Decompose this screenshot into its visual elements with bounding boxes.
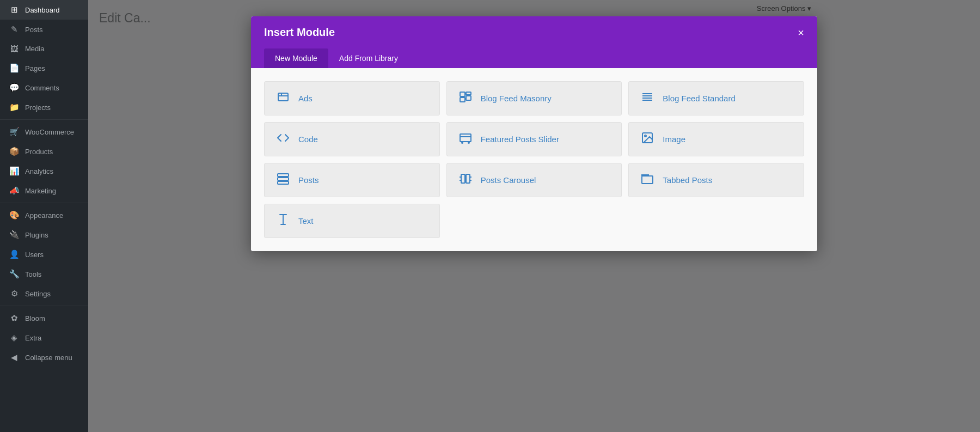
sidebar-label-extra: Extra — [25, 334, 41, 342]
analytics-icon: 📊 — [9, 166, 20, 176]
module-label-text: Text — [298, 216, 314, 226]
sidebar-item-collapse[interactable]: ◀ Collapse menu — [0, 348, 88, 367]
appearance-icon: 🎨 — [9, 210, 20, 220]
svg-point-18 — [645, 135, 646, 137]
users-icon: 👤 — [9, 250, 20, 259]
text-icon — [275, 213, 291, 229]
sidebar-item-analytics[interactable]: 📊 Analytics — [0, 161, 88, 181]
module-grid: Ads Blog Feed Masonry — [251, 68, 817, 251]
module-label-blog-feed-masonry: Blog Feed Masonry — [481, 94, 552, 103]
svg-rect-3 — [460, 92, 465, 96]
module-label-image: Image — [663, 135, 685, 144]
main-area: Edit Ca... Screen Options ▾ Insert Modul… — [88, 0, 980, 432]
blog-standard-icon — [640, 90, 655, 106]
tools-icon: 🔧 — [9, 269, 20, 279]
module-item-featured-posts-slider[interactable]: Featured Posts Slider — [446, 122, 622, 156]
modal-overlay: Insert Module × New Module Add From Libr… — [88, 0, 980, 432]
module-item-code[interactable]: Code — [264, 122, 440, 156]
sidebar: ⊞ Dashboard ✎ Posts 🖼 Media 📄 Pages 💬 Co… — [0, 0, 88, 432]
module-label-posts: Posts — [298, 175, 319, 185]
sidebar-item-media[interactable]: 🖼 Media — [0, 39, 88, 58]
sidebar-label-marketing: Marketing — [25, 187, 56, 195]
woocommerce-icon: 🛒 — [9, 127, 20, 137]
plugins-icon: 🔌 — [9, 230, 20, 240]
module-label-featured-posts-slider: Featured Posts Slider — [481, 135, 559, 144]
sidebar-item-settings[interactable]: ⚙ Settings — [0, 284, 88, 303]
module-label-ads: Ads — [298, 94, 313, 103]
module-item-text[interactable]: Text — [264, 204, 440, 238]
svg-rect-20 — [278, 178, 289, 180]
module-item-image[interactable]: Image — [628, 122, 804, 156]
svg-point-15 — [462, 142, 463, 143]
marketing-icon: 📣 — [9, 186, 20, 196]
sidebar-item-posts[interactable]: ✎ Posts — [0, 20, 88, 39]
products-icon: 📦 — [9, 147, 20, 156]
sidebar-label-products: Products — [25, 148, 53, 156]
svg-rect-22 — [461, 174, 465, 183]
sidebar-label-media: Media — [25, 45, 44, 53]
sidebar-label-projects: Projects — [25, 104, 51, 112]
bloom-icon: ✿ — [9, 313, 20, 323]
sidebar-item-bloom[interactable]: ✿ Bloom — [0, 308, 88, 328]
module-item-tabbed-posts[interactable]: Tabbed Posts — [628, 163, 804, 197]
module-label-blog-feed-standard: Blog Feed Standard — [663, 94, 735, 103]
modal-title: Insert Module — [264, 26, 335, 39]
tabbed-icon — [640, 172, 655, 188]
collapse-icon: ◀ — [9, 352, 20, 362]
sidebar-label-settings: Settings — [25, 290, 51, 298]
sidebar-item-dashboard[interactable]: ⊞ Dashboard — [0, 0, 88, 20]
sidebar-item-users[interactable]: 👤 Users — [0, 245, 88, 264]
tab-new-module[interactable]: New Module — [264, 48, 328, 68]
modal-tabs: New Module Add From Library — [251, 48, 817, 68]
sidebar-label-collapse: Collapse menu — [25, 354, 72, 362]
comments-icon: 💬 — [9, 83, 20, 93]
ads-icon — [275, 90, 291, 106]
sidebar-item-woocommerce[interactable]: 🛒 WooCommerce — [0, 122, 88, 142]
sidebar-item-marketing[interactable]: 📣 Marketing — [0, 181, 88, 200]
tab-add-from-library[interactable]: Add From Library — [328, 48, 409, 68]
modal-close-button[interactable]: × — [798, 27, 804, 38]
sidebar-item-plugins[interactable]: 🔌 Plugins — [0, 225, 88, 245]
posts-icon: ✎ — [9, 25, 20, 34]
sidebar-label-analytics: Analytics — [25, 167, 53, 175]
module-label-code: Code — [298, 135, 318, 144]
projects-icon: 📁 — [9, 102, 20, 112]
sidebar-item-tools[interactable]: 🔧 Tools — [0, 264, 88, 284]
sidebar-label-woocommerce: WooCommerce — [25, 128, 74, 136]
modal-header: Insert Module × — [251, 16, 817, 48]
sidebar-label-bloom: Bloom — [25, 314, 45, 323]
sidebar-label-dashboard: Dashboard — [25, 6, 60, 14]
module-label-posts-carousel: Posts Carousel — [481, 175, 536, 185]
dashboard-icon: ⊞ — [9, 5, 20, 15]
sidebar-item-extra[interactable]: ◈ Extra — [0, 328, 88, 348]
sidebar-item-comments[interactable]: 💬 Comments — [0, 78, 88, 98]
sidebar-label-appearance: Appearance — [25, 211, 63, 220]
module-label-tabbed-posts: Tabbed Posts — [663, 175, 712, 185]
svg-rect-4 — [466, 92, 471, 95]
module-item-posts-carousel[interactable]: Posts Carousel — [446, 163, 622, 197]
slider-icon — [458, 131, 473, 147]
carousel-icon — [458, 172, 473, 188]
insert-module-modal: Insert Module × New Module Add From Libr… — [251, 16, 817, 251]
image-icon — [640, 131, 655, 147]
extra-icon: ◈ — [9, 333, 20, 343]
module-item-ads[interactable]: Ads — [264, 81, 440, 115]
sidebar-item-appearance[interactable]: 🎨 Appearance — [0, 205, 88, 225]
module-item-blog-feed-masonry[interactable]: Blog Feed Masonry — [446, 81, 622, 115]
svg-point-16 — [468, 142, 469, 143]
pages-icon: 📄 — [9, 63, 20, 73]
svg-rect-19 — [278, 174, 289, 177]
blog-masonry-icon — [458, 90, 473, 106]
sidebar-label-users: Users — [25, 251, 44, 259]
settings-icon: ⚙ — [9, 289, 20, 299]
sidebar-label-tools: Tools — [25, 270, 41, 278]
sidebar-label-comments: Comments — [25, 84, 59, 92]
media-icon: 🖼 — [9, 44, 20, 53]
module-item-posts[interactable]: Posts — [264, 163, 440, 197]
sidebar-item-projects[interactable]: 📁 Projects — [0, 98, 88, 117]
svg-rect-5 — [466, 96, 471, 100]
module-item-blog-feed-standard[interactable]: Blog Feed Standard — [628, 81, 804, 115]
sidebar-item-products[interactable]: 📦 Products — [0, 142, 88, 161]
svg-rect-28 — [642, 176, 653, 184]
sidebar-item-pages[interactable]: 📄 Pages — [0, 58, 88, 78]
